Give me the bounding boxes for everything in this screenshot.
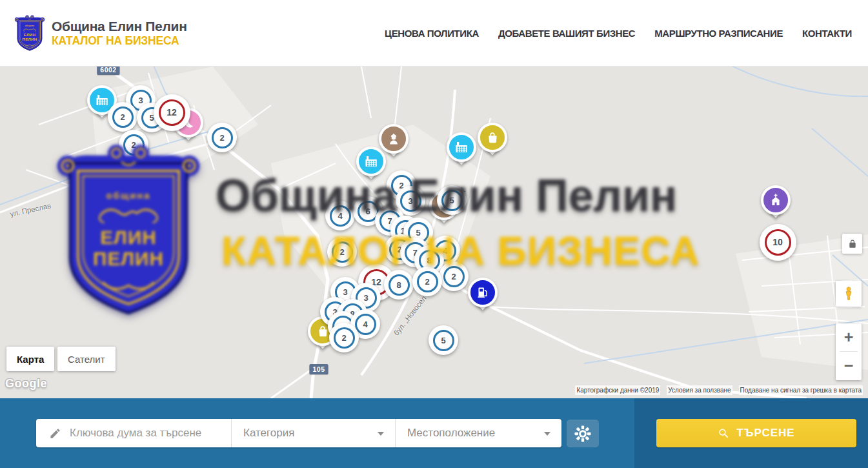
bag-icon [478, 123, 507, 152]
chevron-down-icon [544, 432, 550, 436]
cluster-count: 4 [338, 211, 342, 221]
advanced-search-button[interactable] [567, 420, 599, 447]
cluster-count: 4 [363, 320, 367, 329]
cluster-count: 5 [449, 196, 454, 205]
nav-item[interactable]: ДОБАВЕТЕ ВАШИЯТ БИЗНЕС [498, 28, 635, 39]
cluster-marker[interactable]: 2 [329, 323, 359, 352]
location-select[interactable]: Местоположение [395, 419, 561, 447]
bag-pin-marker[interactable] [478, 123, 507, 163]
map-type-map-button[interactable]: Карта [6, 347, 54, 371]
cluster-count: 3 [363, 293, 368, 303]
cluster-marker[interactable]: 2 [439, 261, 469, 291]
cluster-marker[interactable]: 5 [437, 185, 467, 215]
site-title: Община Елин Пелин [52, 19, 187, 34]
zoom-control: + − [836, 323, 862, 380]
streetview-lock-button[interactable] [842, 234, 862, 254]
header: община ЕЛИН ПЕЛИН Община Елин Пелин КАТА… [0, 0, 868, 66]
cluster-count: 2 [219, 133, 224, 143]
site-subtitle: КАТАЛОГ НА БИЗНЕСА [52, 34, 187, 47]
svg-text:ЕЛИН: ЕЛИН [24, 32, 36, 37]
attribution-link[interactable]: Подаване на сигнал за грешка в картата [739, 385, 863, 395]
factory-pin-marker[interactable] [356, 147, 386, 187]
cluster-layer: 325122223546713522748212823338342510 [0, 66, 868, 398]
zoom-out-button[interactable]: − [836, 352, 862, 380]
cluster-count: 5 [441, 336, 445, 345]
search-bar: Категория Местоположение [0, 398, 868, 468]
map-type-satellite-button[interactable]: Сателит [57, 347, 116, 371]
cluster-marker[interactable]: 2 [207, 123, 237, 152]
fuel-pin-marker[interactable] [468, 278, 498, 318]
search-button-label: ТЪРСЕНЕ [736, 427, 794, 440]
cluster-count: 2 [425, 277, 429, 287]
cluster-marker[interactable]: 8 [384, 270, 414, 300]
cluster-count: 3 [343, 287, 347, 297]
site-logo[interactable]: община ЕЛИН ПЕЛИН Община Елин Пелин КАТА… [14, 14, 187, 52]
nav-item[interactable]: ЦЕНОВА ПОЛИТИКА [385, 28, 479, 39]
svg-text:ПЕЛИН: ПЕЛИН [22, 37, 37, 41]
cluster-count: 5 [416, 228, 420, 238]
cluster-marker[interactable]: 5 [429, 325, 458, 355]
location-value: Местоположение [407, 427, 495, 440]
nav-item[interactable]: МАРШРУТНО РАЗПИСАНИЕ [654, 28, 783, 39]
pencil-icon [49, 427, 61, 440]
church-icon [761, 185, 791, 215]
cluster-count: 2 [451, 272, 456, 281]
lock-icon [848, 239, 857, 249]
nav-item[interactable]: КОНТАКТИ [802, 28, 852, 39]
cluster-count: 3 [408, 196, 412, 206]
page: община ЕЛИН ПЕЛИН Община Елин Пелин КАТА… [0, 0, 868, 468]
cluster-marker[interactable]: 12 [154, 94, 190, 131]
pegman-control[interactable] [836, 281, 862, 307]
cluster-count: 10 [772, 237, 783, 247]
church-pin-marker[interactable] [761, 185, 791, 225]
search-button[interactable]: ТЪРСЕНЕ [656, 419, 856, 447]
search-group: Категория Местоположение [36, 419, 561, 447]
keyword-field[interactable] [36, 419, 231, 447]
cluster-count: 8 [396, 280, 401, 290]
cluster-marker[interactable]: 2 [108, 102, 137, 132]
cluster-marker[interactable]: 10 [760, 224, 796, 261]
cluster-marker[interactable]: 2 [119, 130, 148, 159]
cluster-count: 2 [341, 333, 346, 343]
factory-pin-marker[interactable] [447, 132, 476, 172]
svg-text:община: община [25, 25, 35, 27]
map-canvas[interactable]: 6002105ул. Преславбул. „Новоселци“ 32512… [0, 66, 868, 398]
map-attribution: Картографски данни ©2019Условия за ползв… [575, 385, 863, 395]
chevron-down-icon [378, 432, 384, 436]
pegman-icon [841, 286, 856, 301]
gear-icon [574, 425, 591, 442]
cluster-count: 2 [339, 247, 344, 257]
fuel-icon [468, 278, 498, 307]
keyword-input[interactable] [70, 427, 218, 440]
attribution-link[interactable]: Условия за ползване [667, 385, 732, 395]
factory-icon [356, 147, 386, 176]
cluster-count: 12 [167, 107, 177, 117]
main-nav: ЦЕНОВА ПОЛИТИКАДОБАВЕТЕ ВАШИЯТ БИЗНЕСМАР… [385, 28, 852, 39]
cluster-count: 3 [138, 96, 143, 105]
cluster-count: 8 [427, 256, 431, 265]
cluster-count: 6 [365, 207, 370, 216]
cluster-count: 2 [120, 112, 125, 122]
cluster-marker[interactable]: 4 [325, 201, 355, 230]
search-icon [718, 427, 730, 440]
google-logo[interactable]: Google [5, 377, 47, 391]
factory-icon [447, 132, 476, 162]
cluster-count: 4 [443, 246, 447, 256]
municipality-crest-icon: община ЕЛИН ПЕЛИН [14, 14, 45, 52]
cluster-marker[interactable]: 2 [412, 267, 442, 296]
cluster-count: 2 [131, 140, 136, 150]
zoom-in-button[interactable]: + [836, 323, 862, 351]
attribution-text: Картографски данни ©2019 [575, 385, 660, 395]
cluster-marker[interactable]: 2 [327, 237, 357, 267]
category-select[interactable]: Категория [231, 419, 395, 447]
category-value: Категория [243, 427, 294, 440]
